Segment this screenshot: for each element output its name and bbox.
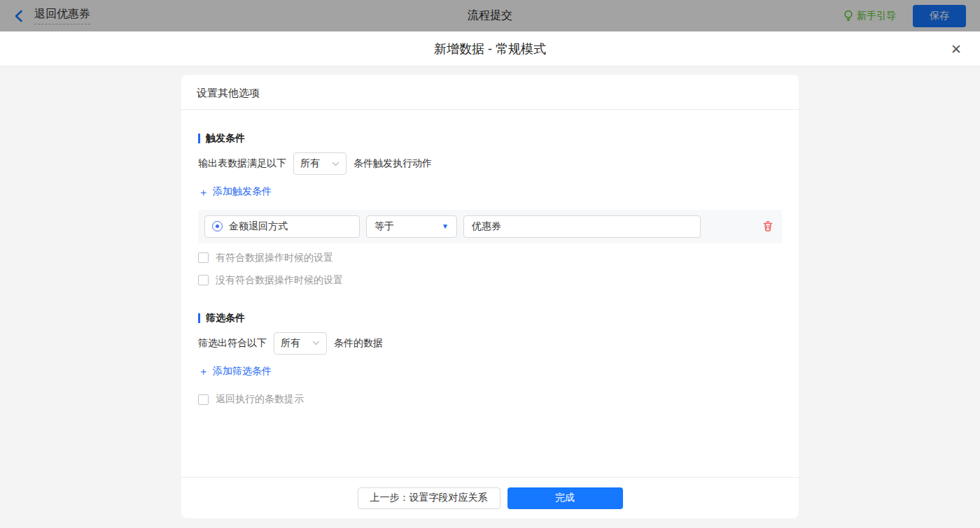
section-marker xyxy=(198,313,200,323)
modal-title: 新增数据 - 常规模式 xyxy=(434,41,546,57)
no-match-checkbox-row[interactable]: 没有符合数据操作时候的设置 xyxy=(198,274,782,287)
add-filter-condition-link[interactable]: ＋ 添加筛选条件 xyxy=(198,365,272,378)
trigger-sentence-suffix: 条件触发执行动作 xyxy=(354,157,432,170)
trigger-match-select[interactable]: 所有 xyxy=(293,152,346,175)
add-trigger-condition-label: 添加触发条件 xyxy=(213,185,272,198)
caret-down-icon: ▼ xyxy=(442,222,449,230)
card-body: 触发条件 输出表数据满足以下 所有 条件触发执行动作 xyxy=(181,110,799,477)
filter-sentence: 筛选出符合以下 所有 条件的数据 xyxy=(198,331,782,355)
checkbox-unchecked-icon[interactable] xyxy=(198,394,209,405)
trash-icon xyxy=(762,220,774,232)
trigger-match-select-value: 所有 xyxy=(300,157,320,170)
condition-field-value: 金额退回方式 xyxy=(229,220,288,233)
modal-body: 设置其他选项 触发条件 输出表数据满足以下 所有 xyxy=(0,66,980,528)
options-card: 设置其他选项 触发条件 输出表数据满足以下 所有 xyxy=(181,75,799,518)
condition-value-input[interactable] xyxy=(463,215,701,238)
filter-section-title: 筛选条件 xyxy=(198,312,782,324)
plus-icon: ＋ xyxy=(198,187,209,197)
card-header-title: 设置其他选项 xyxy=(197,87,260,100)
plus-icon: ＋ xyxy=(198,366,209,376)
close-icon[interactable]: ✕ xyxy=(951,42,962,55)
trigger-condition-row: 金额退回方式 等于 ▼ xyxy=(198,210,782,243)
modal-dim-overlay xyxy=(0,0,980,31)
count-hint-checkbox-label: 返回执行的条数提示 xyxy=(216,393,304,406)
checkbox-unchecked-icon[interactable] xyxy=(198,275,209,285)
done-button[interactable]: 完成 xyxy=(507,487,623,509)
page: 退回优惠券 流程提交 新手引导 保存 新增数据 - 常规模式 ✕ 设置其他选项 xyxy=(0,0,980,528)
trigger-sentence: 输出表数据满足以下 所有 条件触发执行动作 xyxy=(198,152,782,176)
radio-field-icon xyxy=(212,221,223,231)
condition-operator-value: 等于 xyxy=(374,220,394,233)
has-match-checkbox-row[interactable]: 有符合数据操作时候的设置 xyxy=(198,252,782,264)
topbar: 退回优惠券 流程提交 新手引导 保存 xyxy=(0,0,980,31)
card-footer: 上一步：设置字段对应关系 完成 xyxy=(181,477,799,518)
filter-match-select[interactable]: 所有 xyxy=(274,332,327,355)
condition-field-select[interactable]: 金额退回方式 xyxy=(204,215,360,238)
condition-operator-select[interactable]: 等于 ▼ xyxy=(366,215,457,238)
modal-header: 新增数据 - 常规模式 ✕ xyxy=(0,31,980,66)
checkbox-unchecked-icon[interactable] xyxy=(198,252,209,263)
add-trigger-condition-link[interactable]: ＋ 添加触发条件 xyxy=(198,185,272,198)
filter-sentence-prefix: 筛选出符合以下 xyxy=(198,337,267,350)
trigger-sentence-prefix: 输出表数据满足以下 xyxy=(198,157,286,170)
filter-match-select-value: 所有 xyxy=(281,337,300,350)
trigger-section-label: 触发条件 xyxy=(206,132,245,145)
delete-condition-button[interactable] xyxy=(761,219,775,234)
add-filter-condition-label: 添加筛选条件 xyxy=(213,365,272,378)
filter-section-label: 筛选条件 xyxy=(206,312,245,324)
previous-step-button[interactable]: 上一步：设置字段对应关系 xyxy=(358,487,500,509)
chevron-down-icon xyxy=(332,162,340,166)
section-marker xyxy=(198,134,200,143)
no-match-checkbox-label: 没有符合数据操作时候的设置 xyxy=(216,274,343,287)
chevron-down-icon xyxy=(312,341,320,345)
trigger-section-title: 触发条件 xyxy=(198,132,782,145)
add-data-modal: 新增数据 - 常规模式 ✕ 设置其他选项 触发条件 输出表数据满足以下 xyxy=(0,31,980,528)
card-header: 设置其他选项 xyxy=(181,75,799,110)
has-match-checkbox-label: 有符合数据操作时候的设置 xyxy=(216,252,333,264)
filter-sentence-suffix: 条件的数据 xyxy=(334,337,383,350)
count-hint-checkbox-row[interactable]: 返回执行的条数提示 xyxy=(198,393,782,406)
